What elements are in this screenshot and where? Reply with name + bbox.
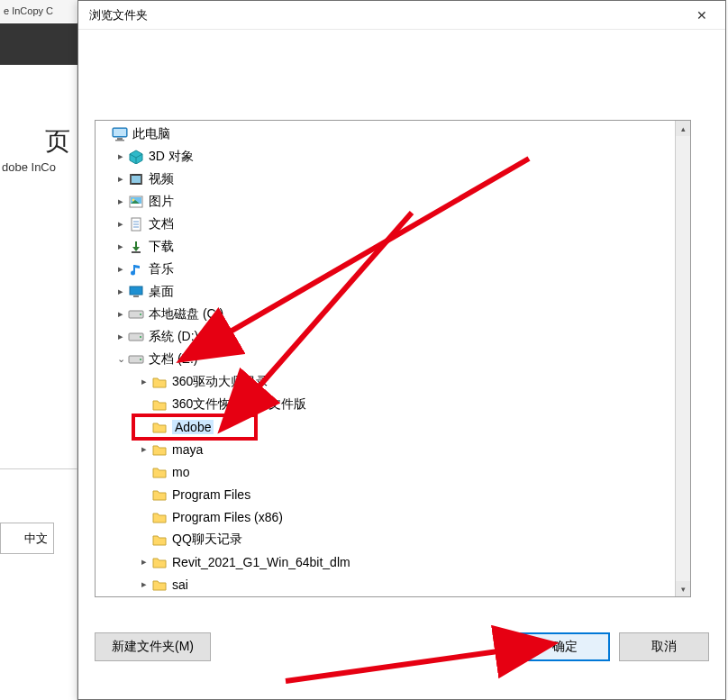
tree-node-folder[interactable]: ▸ maya [97, 438, 690, 460]
tree-label: 系统 (D:) [149, 329, 198, 345]
close-button[interactable]: ✕ [684, 3, 720, 28]
tree-node-drive-e[interactable]: ⌄ 文档 (E:) [97, 348, 690, 370]
expander-icon[interactable]: ▸ [137, 556, 151, 568]
tree-label: 3D 对象 [149, 149, 194, 165]
expander-icon[interactable]: ▸ [114, 173, 128, 185]
folder-icon [151, 509, 168, 525]
folder-icon [151, 396, 168, 413]
svg-point-28 [140, 359, 141, 360]
scroll-down-button[interactable]: ▾ [676, 581, 691, 596]
drive-icon [128, 306, 144, 323]
tree-node-folder[interactable]: ▸ mo [97, 460, 690, 483]
tree-label: 音乐 [149, 261, 174, 277]
folder-icon [151, 532, 168, 548]
svg-point-26 [140, 336, 141, 338]
tree-node-folder[interactable]: ▸ 360驱动大师目录 [97, 370, 690, 393]
tree-node-folder[interactable]: ▸ Revit_2021_G1_Win_64bit_dlm [97, 550, 690, 573]
expander-icon[interactable]: ⌄ [114, 353, 128, 365]
vertical-scrollbar[interactable]: ▴ ▾ [675, 121, 690, 596]
tree-node-this-pc[interactable]: ▸ 此电脑 [97, 123, 690, 145]
drive-icon [128, 329, 144, 345]
tree-label: 360驱动大师目录 [172, 374, 268, 390]
desktop-icon [128, 284, 144, 300]
expander-icon[interactable]: ▸ [114, 263, 128, 275]
tree-label-selected: Adobe [172, 420, 214, 434]
background-app-name: dobe InCo [0, 160, 77, 174]
svg-point-24 [140, 314, 141, 315]
tree-node-music[interactable]: ▸ 音乐 [97, 258, 690, 280]
expander-icon[interactable]: ▸ [114, 195, 128, 207]
expander-icon[interactable]: ▸ [114, 150, 128, 162]
tree-node-drive-c[interactable]: ▸ 本地磁盘 (C:) [97, 303, 690, 325]
svg-rect-3 [115, 140, 124, 141]
background-app-window: e InCopy C 页 dobe InCo 中文 [0, 0, 77, 700]
svg-rect-22 [133, 295, 139, 297]
picture-icon [128, 194, 144, 210]
expander-icon[interactable]: ▸ [137, 443, 151, 455]
background-language-box: 中文 [0, 523, 54, 554]
folder-tree[interactable]: ▸ 此电脑 ▸ 3D 对象 ▸ 视频 [96, 121, 690, 597]
tree-label: 视频 [149, 171, 174, 187]
svg-rect-2 [117, 138, 123, 140]
svg-rect-9 [141, 174, 142, 185]
folder-icon [151, 554, 168, 570]
expander-icon[interactable]: ▸ [114, 308, 128, 320]
cube-icon [128, 149, 144, 165]
tree-label: 下载 [149, 239, 174, 255]
folder-tree-container: ▸ 此电脑 ▸ 3D 对象 ▸ 视频 [95, 120, 691, 597]
tree-node-3d-objects[interactable]: ▸ 3D 对象 [97, 145, 690, 168]
svg-point-20 [131, 270, 135, 275]
dialog-button-row: 新建文件夹(M) 确定 取消 [95, 632, 709, 661]
new-folder-button[interactable]: 新建文件夹(M) [95, 632, 211, 661]
tree-label: Revit_2021_G1_Win_64bit_dlm [172, 555, 350, 569]
tree-node-drive-d[interactable]: ▸ 系统 (D:) [97, 325, 690, 348]
tree-label: 桌面 [149, 284, 174, 300]
svg-rect-8 [130, 174, 132, 185]
tree-label: mo [172, 465, 189, 479]
tree-label: maya [172, 442, 203, 457]
tree-label: 图片 [149, 194, 174, 210]
tree-label: Program Files [172, 487, 250, 502]
dialog-titlebar: 浏览文件夹 ✕ [78, 1, 725, 30]
folder-icon [151, 419, 168, 435]
folder-icon [151, 441, 168, 458]
scroll-up-button[interactable]: ▴ [676, 121, 691, 136]
tree-label: 文档 (E:) [149, 351, 197, 368]
tree-node-folder[interactable]: ▸ Program Files [97, 483, 690, 505]
tree-label: 文档 [149, 216, 174, 232]
svg-rect-1 [114, 129, 126, 136]
expander-icon[interactable]: ▸ [114, 331, 128, 342]
drive-icon [128, 351, 144, 368]
folder-icon [151, 486, 168, 503]
background-header-band [0, 23, 77, 65]
expander-icon[interactable]: ▸ [114, 286, 128, 297]
expander-icon[interactable]: ▸ [114, 218, 128, 230]
tree-label: 本地磁盘 (C:) [149, 306, 223, 323]
tree-node-downloads[interactable]: ▸ 下载 [97, 235, 690, 258]
tree-node-folder[interactable]: ▸ sai [97, 573, 690, 595]
expander-icon[interactable]: ▸ [137, 578, 151, 590]
tree-label: 此电脑 [132, 126, 170, 142]
cancel-button[interactable]: 取消 [619, 632, 709, 661]
svg-rect-21 [130, 286, 142, 295]
tree-node-folder[interactable]: ▸ 360文件恢复机单文件版 [97, 393, 690, 415]
tree-node-documents[interactable]: ▸ 文档 [97, 213, 690, 235]
folder-icon [151, 374, 168, 390]
tree-label: 360文件恢复机单文件版 [172, 396, 306, 413]
music-icon [128, 261, 144, 277]
film-icon [128, 171, 144, 187]
tree-node-folder-adobe[interactable]: ▸ Adobe [97, 415, 690, 438]
tree-node-folder[interactable]: ▸ QQ聊天记录 [97, 528, 690, 550]
svg-marker-18 [132, 247, 140, 251]
tree-node-pictures[interactable]: ▸ 图片 [97, 190, 690, 213]
expander-icon[interactable]: ▸ [114, 241, 128, 252]
tree-node-videos[interactable]: ▸ 视频 [97, 168, 690, 190]
expander-icon[interactable]: ▸ [137, 376, 151, 387]
tree-label: sai [172, 577, 188, 592]
monitor-icon [112, 126, 128, 142]
ok-button[interactable]: 确定 [520, 632, 610, 661]
tree-label: QQ聊天记录 [172, 532, 242, 548]
tree-node-desktop[interactable]: ▸ 桌面 [97, 280, 690, 303]
background-app-title: e InCopy C [0, 0, 77, 23]
tree-node-folder[interactable]: ▸ Program Files (x86) [97, 505, 690, 528]
